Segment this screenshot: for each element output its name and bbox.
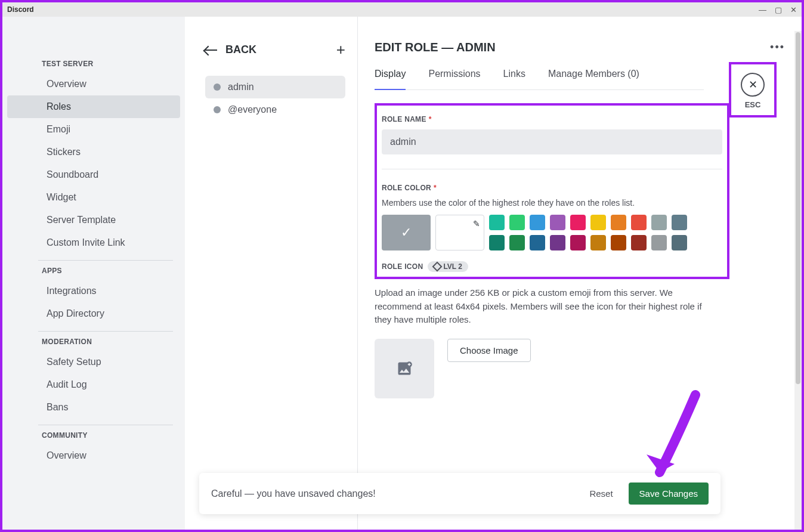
sidebar-item-soundboard[interactable]: Soundboard (7, 163, 180, 186)
sidebar-header: MODERATION (2, 338, 185, 351)
color-swatch[interactable] (489, 215, 505, 230)
color-swatch[interactable] (509, 235, 525, 250)
sidebar-item-bans[interactable]: Bans (7, 396, 180, 419)
color-swatch[interactable] (570, 235, 586, 250)
color-swatches (489, 215, 687, 250)
color-swatch[interactable] (550, 215, 565, 230)
choose-image-button[interactable]: Choose Image (447, 339, 531, 362)
close-settings-button[interactable]: ✕ (741, 73, 765, 97)
sidebar-item-community-overview[interactable]: Overview (7, 444, 180, 467)
window-title: Discord (7, 5, 34, 14)
back-button[interactable]: BACK (205, 44, 256, 56)
page-title: EDIT ROLE — ADMIN (375, 41, 496, 54)
separator (38, 260, 173, 261)
unsaved-message: Careful — you have unsaved changes! (211, 488, 376, 499)
boost-level-badge: LVL 2 (428, 261, 468, 272)
color-swatch[interactable] (590, 235, 606, 250)
check-icon: ✓ (401, 225, 412, 240)
role-name-input[interactable] (382, 129, 722, 154)
sidebar-item-stickers[interactable]: Stickers (7, 141, 180, 163)
color-swatch[interactable] (550, 235, 565, 250)
color-swatch[interactable] (611, 215, 626, 230)
sidebar-item-integrations[interactable]: Integrations (7, 280, 180, 302)
color-swatch[interactable] (631, 235, 647, 250)
eyedropper-icon: ✎ (473, 219, 480, 228)
back-arrow-icon (205, 50, 217, 51)
boost-icon (432, 262, 443, 272)
esc-label: ESC (741, 100, 765, 109)
role-icon-label: ROLE ICON (382, 262, 423, 271)
color-swatch[interactable] (509, 215, 525, 230)
settings-sidebar: TEST SERVER Overview Roles Emoji Sticker… (2, 17, 185, 530)
close-settings-region: ✕ ESC (729, 62, 777, 117)
separator (382, 169, 722, 169)
color-swatch[interactable] (651, 215, 667, 230)
separator (38, 425, 173, 425)
color-swatch[interactable] (611, 235, 626, 250)
save-changes-button[interactable]: Save Changes (629, 482, 709, 505)
image-plus-icon (396, 360, 413, 377)
image-upload-box[interactable] (375, 339, 434, 398)
window-controls: — ▢ ✕ (759, 5, 797, 14)
sidebar-item-app-directory[interactable]: App Directory (7, 302, 180, 325)
tabs: Display Permissions Links Manage Members… (375, 69, 704, 90)
sidebar-item-overview[interactable]: Overview (7, 73, 180, 95)
role-name: admin (228, 82, 254, 92)
sidebar-item-custom-invite[interactable]: Custom Invite Link (7, 231, 180, 254)
close-icon: ✕ (749, 78, 757, 91)
tab-display[interactable]: Display (375, 69, 406, 90)
add-role-button[interactable]: + (336, 41, 345, 59)
role-color-dot (214, 83, 221, 91)
roles-list-column: BACK + admin @everyone (185, 17, 358, 530)
role-color-help: Members use the color of the highest rol… (382, 198, 722, 208)
sidebar-item-audit-log[interactable]: Audit Log (7, 373, 180, 396)
overflow-menu-button[interactable]: ••• (770, 41, 785, 54)
color-swatch[interactable] (530, 235, 545, 250)
color-swatch[interactable] (631, 215, 647, 230)
sidebar-item-widget[interactable]: Widget (7, 186, 180, 209)
scrollbar-thumb[interactable] (796, 32, 800, 384)
color-swatch[interactable] (651, 235, 667, 250)
color-picker: ✓ ✎ (382, 215, 722, 250)
role-item-admin[interactable]: admin (205, 76, 345, 98)
reset-button[interactable]: Reset (589, 488, 613, 499)
tab-manage-members[interactable]: Manage Members (0) (548, 69, 639, 89)
sidebar-item-emoji[interactable]: Emoji (7, 118, 180, 141)
role-color-label: ROLE COLOR* (382, 184, 722, 192)
sidebar-item-roles[interactable]: Roles (7, 95, 180, 118)
sidebar-header: COMMUNITY (2, 431, 185, 444)
highlighted-area: ROLE NAME* ROLE COLOR* Members use the c… (375, 103, 729, 279)
maximize-button[interactable]: ▢ (775, 5, 782, 14)
close-window-button[interactable]: ✕ (790, 5, 797, 14)
sidebar-item-safety-setup[interactable]: Safety Setup (7, 351, 180, 373)
custom-color-button[interactable]: ✎ (435, 215, 484, 250)
role-color-dot (214, 106, 221, 113)
back-label: BACK (225, 44, 256, 56)
role-name: @everyone (228, 104, 277, 115)
color-swatch[interactable] (590, 215, 606, 230)
color-swatch[interactable] (530, 215, 545, 230)
scrollbar[interactable] (794, 31, 802, 530)
sidebar-header: APPS (2, 267, 185, 280)
color-swatch[interactable] (672, 235, 687, 250)
role-name-label: ROLE NAME* (382, 115, 722, 123)
unsaved-changes-bar: Careful — you have unsaved changes! Rese… (199, 473, 720, 514)
color-swatch[interactable] (570, 215, 586, 230)
tab-links[interactable]: Links (503, 69, 525, 89)
color-swatch[interactable] (489, 235, 505, 250)
role-icon-help: Upload an image under 256 KB or pick a c… (375, 286, 703, 327)
separator (38, 331, 173, 332)
minimize-button[interactable]: — (759, 5, 766, 14)
role-item-everyone[interactable]: @everyone (205, 98, 345, 121)
default-color-button[interactable]: ✓ (382, 215, 431, 250)
titlebar: Discord — ▢ ✕ (2, 2, 802, 17)
sidebar-header: TEST SERVER (2, 60, 185, 73)
sidebar-item-server-template[interactable]: Server Template (7, 209, 180, 231)
tab-permissions[interactable]: Permissions (428, 69, 480, 89)
color-swatch[interactable] (672, 215, 687, 230)
